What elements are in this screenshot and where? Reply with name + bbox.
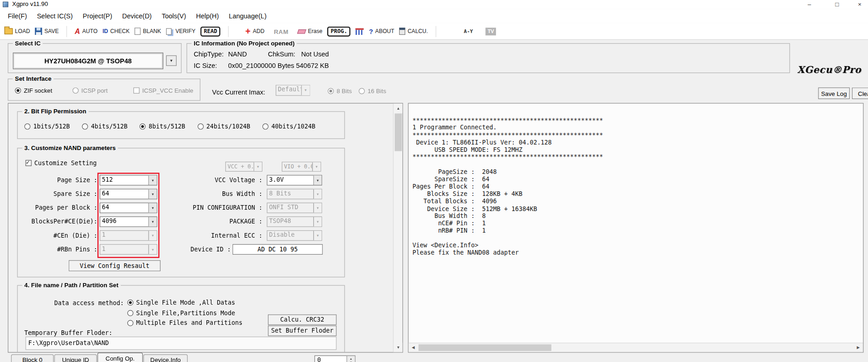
chip-test-button[interactable] [356, 28, 364, 34]
multiple-files-partitions-radio[interactable]: Multiple Files and Partitions [128, 319, 243, 327]
vio-offset-select: VIO + 0.0V▼ [282, 162, 321, 172]
count-spinner[interactable]: 0 ▲▼ [314, 356, 355, 362]
tab-unique-id[interactable]: Unique ID [54, 354, 97, 362]
checkbox-box [26, 160, 32, 166]
vcc-offset-select: VCC + 0.0V▼ [225, 162, 262, 172]
scroll-right-icon[interactable]: ▶ [854, 343, 863, 352]
page-size-select[interactable]: 512▼ [100, 175, 157, 185]
bitflip-1bits-radio[interactable]: 1bits/512B [24, 123, 70, 130]
read-button[interactable]: READ [200, 26, 221, 36]
chiptype-value: NAND [228, 50, 247, 58]
select-ic-group-title: Select IC [13, 40, 43, 46]
auto-button[interactable]: A AUTO [75, 27, 97, 35]
tab-device-info[interactable]: Device.Info [144, 354, 188, 362]
blank-page-icon [134, 28, 140, 35]
icsize-value: 0x00_21000000 Bytes 540672 KB [228, 62, 329, 70]
customize-setting-checkbox[interactable]: Customize Setting [26, 160, 97, 167]
ram-icon: RAM [274, 28, 289, 34]
package-select: TSOP48▼ [267, 217, 323, 227]
view-config-result-button[interactable]: View Config Resault [69, 260, 161, 271]
temp-buffer-path-field[interactable]: F:\Xgpro\UserData\NAND [26, 337, 337, 350]
vcc-imax-label: Vcc Current Imax: [212, 89, 265, 96]
window-title: Xgpro v11.90 [12, 0, 48, 7]
tab-config-op[interactable]: Config Op. [97, 353, 143, 362]
blocks-per-ce-label: BlocksPer#CE(Die): [20, 217, 97, 227]
calculator-button[interactable]: CALCU. [399, 28, 428, 35]
eraser-icon [297, 29, 306, 33]
blocks-per-ce-select[interactable]: 4096▼ [100, 217, 157, 227]
menu-file[interactable]: File(F) [3, 9, 32, 23]
set-buffer-folder-button[interactable]: Set Buffer Floder [268, 325, 337, 336]
scroll-down-icon[interactable]: ▼ [394, 343, 403, 352]
clear-log-button[interactable]: Clear [852, 88, 868, 99]
single-file-partitions-radio[interactable]: Single File,Partitions Mode [128, 310, 235, 317]
chevron-down-icon: ▼ [148, 245, 156, 254]
menu-bar: File(F) Select IC(S) Project(P) Device(D… [0, 9, 868, 23]
menu-tools[interactable]: Tools(V) [157, 9, 191, 23]
spinner-arrows-icon[interactable]: ▲▼ [346, 356, 355, 362]
question-icon: ? [369, 28, 373, 35]
icsp-port-radio: ICSP port [72, 87, 108, 93]
verify-button[interactable]: VERIFY [166, 28, 195, 34]
chevron-down-icon[interactable]: ▼ [148, 176, 156, 185]
chevron-down-icon[interactable]: ▼ [148, 189, 156, 199]
internal-ecc-select: Disable▼ [267, 230, 323, 241]
add-button[interactable]: + ADD [245, 28, 265, 35]
package-label: PACKAGE : [156, 217, 262, 227]
app-icon [3, 2, 8, 7]
scrollbar-thumb[interactable] [418, 345, 551, 351]
log-output: ****************************************… [408, 104, 863, 343]
log-horizontal-scrollbar[interactable]: ◀ ▶ [408, 343, 863, 352]
vcc-voltage-label: VCC Voltage : [156, 175, 262, 185]
chevron-down-icon[interactable]: ▼ [148, 217, 156, 227]
selected-ic-display[interactable]: HY27UH084G2M @ TSOP48 [13, 53, 163, 69]
tab-block0[interactable]: Block 0 [11, 354, 54, 362]
bitflip-4bits-radio[interactable]: 4bits/512B [82, 123, 128, 130]
vcc-voltage-select[interactable]: 3.0V▼ [267, 175, 323, 185]
minimize-button[interactable]: – [801, 0, 818, 9]
menu-language[interactable]: Language(L) [224, 9, 272, 23]
program-badge-icon: PROG. [328, 26, 351, 36]
pin-detect-button[interactable]: A-Y [464, 28, 473, 34]
close-button[interactable]: × [851, 0, 868, 9]
about-button[interactable]: ? ABOUT [369, 28, 394, 35]
menu-device[interactable]: Device(D) [117, 9, 156, 23]
auto-icon: A [75, 27, 80, 35]
zif-socket-radio[interactable]: ZIF socket [15, 87, 52, 93]
bit-flip-group: 2. Bit Flip Permission 1bits/512B 4bits/… [17, 111, 345, 139]
pages-per-block-select[interactable]: 64▼ [100, 203, 157, 213]
erase-button[interactable]: Erase [298, 28, 322, 34]
vcc-imax-select: Default ▼ [276, 85, 310, 96]
spare-size-select[interactable]: 64▼ [100, 189, 157, 199]
load-button[interactable]: LOAD [5, 28, 30, 34]
menu-help[interactable]: Help(H) [191, 9, 224, 23]
calc-crc32-button[interactable]: Calcu. CRC32 [268, 314, 337, 325]
scroll-left-icon[interactable]: ◀ [408, 343, 418, 352]
chevron-down-icon[interactable]: ▼ [148, 203, 156, 213]
maximize-button[interactable]: □ [829, 0, 845, 9]
select-ic-group: Select IC HY27UH084G2M @ TSOP48 ▼ [8, 43, 182, 73]
check-id-button[interactable]: ID CHECK [102, 28, 129, 34]
chksum-value: Not Used [301, 50, 328, 58]
calculator-icon [399, 28, 405, 35]
file-partition-group: 4. File name / Path / Partition Set Data… [17, 285, 345, 352]
scrollbar-thumb[interactable] [395, 113, 402, 151]
bits8-radio: 8 Bits [328, 88, 352, 94]
single-file-mode-radio[interactable]: Single File Mode ,All Datas [128, 299, 235, 306]
bitflip-40bits-radio[interactable]: 40bits/1024B [262, 123, 315, 130]
save-log-button[interactable]: Save Log [818, 88, 850, 99]
chiptype-label: ChipType: [194, 50, 223, 58]
settings-scrollbar[interactable]: ▲ ▼ [393, 104, 403, 352]
toolbar: LOAD SAVE A AUTO ID CHECK BLANK VERIFY R… [0, 23, 868, 40]
scroll-up-icon[interactable]: ▲ [394, 104, 403, 113]
radio-dot [72, 87, 78, 93]
menu-select-ic[interactable]: Select IC(S) [32, 9, 78, 23]
blank-check-button[interactable]: BLANK [134, 28, 161, 35]
chevron-down-icon[interactable]: ▼ [313, 176, 322, 185]
save-button[interactable]: SAVE [35, 28, 59, 35]
bitflip-8bits-radio[interactable]: 8bits/512B [140, 123, 185, 130]
program-button[interactable]: PROG. [328, 26, 351, 36]
menu-project[interactable]: Project(P) [78, 9, 117, 23]
ic-dropdown-button[interactable]: ▼ [166, 56, 177, 66]
bitflip-24bits-radio[interactable]: 24bits/1024B [197, 123, 250, 130]
